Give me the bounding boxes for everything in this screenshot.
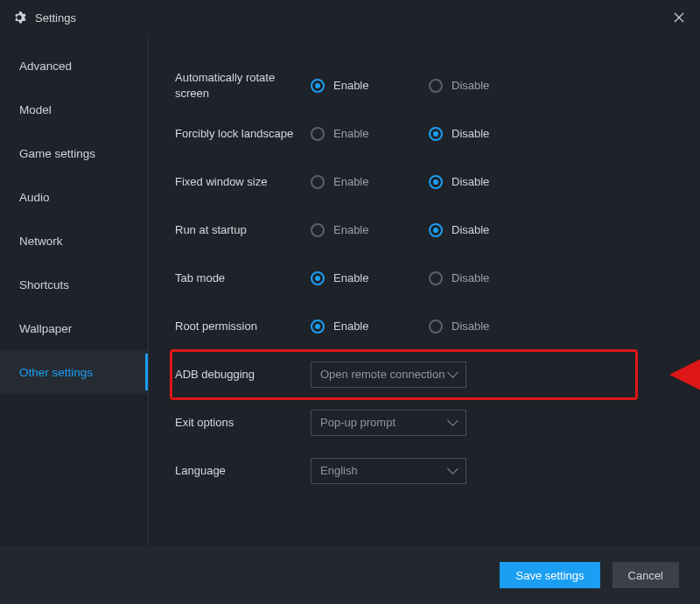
setting-row: Exit optionsPop-up prompt xyxy=(175,398,674,446)
sidebar-model[interactable]: Model xyxy=(0,88,148,131)
sidebar-shortcuts[interactable]: Shortcuts xyxy=(0,263,148,306)
radio-disable[interactable]: Disable xyxy=(429,79,512,93)
dropdown-value: Pop-up prompt xyxy=(320,416,396,429)
radio-group: EnableDisable xyxy=(311,79,512,93)
dropdown[interactable]: Open remote connection xyxy=(311,362,466,388)
sidebar: AdvancedModelGame settingsAudioNetworkSh… xyxy=(0,35,149,546)
setting-label: Forcibly lock landscape xyxy=(175,126,311,142)
cancel-button[interactable]: Cancel xyxy=(612,562,679,588)
setting-row: Automatically rotate screenEnableDisable xyxy=(175,61,674,109)
radio-dot xyxy=(311,320,325,334)
radio-label: Disable xyxy=(452,79,489,92)
radio-enable[interactable]: Enable xyxy=(311,223,394,237)
radio-dot xyxy=(429,127,443,141)
radio-dot xyxy=(311,79,325,93)
radio-label: Disable xyxy=(452,320,489,333)
footer: Save settings Cancel xyxy=(0,546,700,604)
dropdown[interactable]: Pop-up prompt xyxy=(311,410,466,436)
setting-row: Root permissionEnableDisable xyxy=(175,302,674,350)
radio-dot xyxy=(311,223,325,237)
radio-label: Enable xyxy=(333,320,368,333)
setting-row: LanguageEnglish xyxy=(175,446,674,495)
radio-enable[interactable]: Enable xyxy=(311,175,394,189)
window-title: Settings xyxy=(35,11,76,25)
chevron-down-icon xyxy=(447,463,458,474)
radio-dot xyxy=(311,271,325,285)
sidebar-game-settings[interactable]: Game settings xyxy=(0,131,148,175)
chevron-down-icon xyxy=(447,367,458,378)
radio-label: Disable xyxy=(452,175,489,188)
radio-dot xyxy=(311,175,325,189)
titlebar: Settings xyxy=(0,0,700,35)
sidebar-network[interactable]: Network xyxy=(0,219,148,263)
radio-label: Disable xyxy=(452,223,489,236)
dropdown[interactable]: English xyxy=(311,458,466,484)
setting-label: ADB debugging xyxy=(175,367,311,383)
setting-row: Fixed window sizeEnableDisable xyxy=(175,158,674,206)
radio-label: Disable xyxy=(452,127,489,140)
radio-enable[interactable]: Enable xyxy=(311,320,394,334)
setting-row: Run at startupEnableDisable xyxy=(175,206,674,254)
radio-label: Enable xyxy=(333,223,368,236)
radio-group: EnableDisable xyxy=(311,320,512,334)
radio-group: EnableDisable xyxy=(311,127,512,141)
radio-disable[interactable]: Disable xyxy=(429,320,512,334)
content: Automatically rotate screenEnableDisable… xyxy=(149,35,700,546)
radio-disable[interactable]: Disable xyxy=(429,223,512,237)
setting-label: Fixed window size xyxy=(175,174,311,190)
radio-disable[interactable]: Disable xyxy=(429,127,512,141)
radio-label: Enable xyxy=(333,79,368,92)
radio-label: Enable xyxy=(333,127,368,140)
setting-row: ADB debuggingOpen remote connection xyxy=(175,350,674,398)
radio-disable[interactable]: Disable xyxy=(429,271,512,285)
setting-row: Forcibly lock landscapeEnableDisable xyxy=(175,109,674,158)
radio-label: Enable xyxy=(333,175,368,188)
setting-label: Tab mode xyxy=(175,270,311,286)
setting-label: Exit options xyxy=(175,415,311,431)
save-button[interactable]: Save settings xyxy=(500,562,599,588)
chevron-down-icon xyxy=(447,415,458,426)
radio-dot xyxy=(311,127,325,141)
radio-dot xyxy=(429,271,443,285)
setting-label: Automatically rotate screen xyxy=(175,70,311,101)
radio-label: Disable xyxy=(452,271,489,284)
radio-enable[interactable]: Enable xyxy=(311,127,394,141)
dropdown-value: English xyxy=(320,464,358,477)
dropdown-value: Open remote connection xyxy=(320,368,444,381)
setting-label: Run at startup xyxy=(175,222,311,238)
gear-icon xyxy=(12,11,26,25)
radio-enable[interactable]: Enable xyxy=(311,271,394,285)
sidebar-other-settings[interactable]: Other settings xyxy=(0,350,148,394)
radio-group: EnableDisable xyxy=(311,175,512,189)
sidebar-audio[interactable]: Audio xyxy=(0,175,148,219)
sidebar-advanced[interactable]: Advanced xyxy=(0,44,148,88)
radio-disable[interactable]: Disable xyxy=(429,175,512,189)
close-button[interactable] xyxy=(668,5,690,31)
radio-dot xyxy=(429,175,443,189)
radio-group: EnableDisable xyxy=(311,271,512,285)
close-icon xyxy=(674,12,684,23)
radio-dot xyxy=(429,79,443,93)
setting-row: Tab modeEnableDisable xyxy=(175,254,674,302)
sidebar-wallpaper[interactable]: Wallpaper xyxy=(0,306,148,350)
setting-label: Root permission xyxy=(175,319,311,334)
radio-label: Enable xyxy=(333,271,368,284)
radio-enable[interactable]: Enable xyxy=(311,79,394,93)
radio-dot xyxy=(429,320,443,334)
radio-group: EnableDisable xyxy=(311,223,512,237)
radio-dot xyxy=(429,223,443,237)
setting-label: Language xyxy=(175,463,311,479)
